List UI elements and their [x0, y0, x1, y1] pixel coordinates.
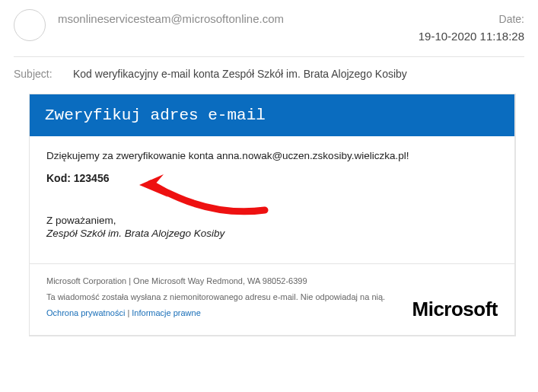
thanks-text: Dziękujemy za zweryfikowanie konta anna.…	[46, 150, 498, 161]
footer-separator	[30, 263, 514, 264]
footer-text: Microsoft Corporation | One Microsoft Wa…	[46, 273, 385, 321]
from-column: msonlineservicesteam@microsoftonline.com	[58, 9, 419, 25]
team-signature: Zespół Szkół im. Brata Alojzego Kosiby	[46, 228, 498, 239]
code-label: Kod:	[46, 172, 74, 184]
email-footer: Microsoft Corporation | One Microsoft Wa…	[30, 273, 514, 335]
privacy-link[interactable]: Ochrona prywatności	[46, 308, 125, 317]
date-column: Date: 19-10-2020 11:18:28	[419, 9, 524, 46]
footer-disclaimer: Ta wiadomość została wysłana z niemonito…	[46, 289, 385, 305]
from-address: msonlineservicesteam@microsoftonline.com	[58, 12, 419, 25]
legal-link[interactable]: Informacje prawne	[132, 308, 201, 317]
footer-links: Ochrona prywatności | Informacje prawne	[46, 305, 385, 321]
link-separator: |	[125, 308, 132, 317]
microsoft-logo: Microsoft	[412, 298, 498, 321]
subject-text: Kod weryfikacyjny e-mail konta Zespół Sz…	[73, 68, 407, 80]
verification-code: Kod: 123456	[46, 172, 498, 184]
email-body: Zweryfikuj adres e-mail Dziękujemy za zw…	[29, 94, 516, 336]
avatar	[14, 9, 46, 41]
code-value: 123456	[74, 172, 110, 184]
body-inner: Dziękujemy za zweryfikowanie konta anna.…	[30, 136, 514, 257]
header-separator	[14, 56, 524, 57]
subject-row: Subject: Kod weryfikacyjny e-mail konta …	[14, 68, 524, 80]
date-value: 19-10-2020 11:18:28	[419, 27, 524, 46]
email-header: msonlineservicesteam@microsoftonline.com…	[14, 9, 524, 56]
date-label: Date:	[419, 11, 524, 27]
regards-text: Z poważaniem,	[46, 215, 498, 226]
banner-title: Zweryfikuj adres e-mail	[30, 94, 514, 136]
footer-corp: Microsoft Corporation | One Microsoft Wa…	[46, 273, 385, 289]
subject-label: Subject:	[14, 68, 59, 80]
